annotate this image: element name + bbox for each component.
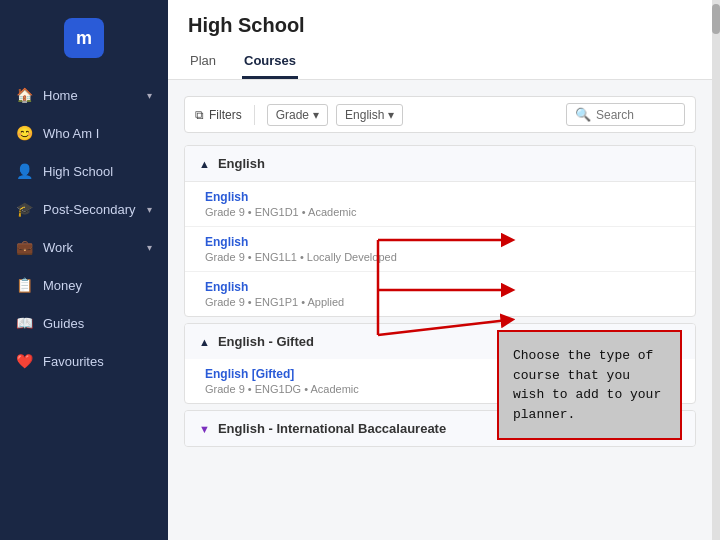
chevron-icon: ▾ [147, 204, 152, 215]
sidebar-item-home[interactable]: 🏠 Home ▾ [0, 76, 168, 114]
sidebar-item-post-secondary[interactable]: 🎓 Post-Secondary ▾ [0, 190, 168, 228]
search-input[interactable] [596, 108, 676, 122]
english-chevron-icon: ▾ [388, 108, 394, 122]
sidebar-item-work[interactable]: 💼 Work ▾ [0, 228, 168, 266]
english-section: ▲ English English Grade 9 • ENG1D1 • Aca… [184, 145, 696, 317]
work-icon: 💼 [16, 239, 33, 255]
english-filter[interactable]: English ▾ [336, 104, 403, 126]
chevron-icon: ▾ [147, 242, 152, 253]
section-title: English - Gifted [218, 334, 314, 349]
filters-button[interactable]: ⧉ Filters [195, 108, 242, 122]
course-subtitle: Grade 9 • ENG1L1 • Locally Developed [205, 251, 675, 263]
app-logo: m [64, 18, 104, 58]
main-content: High School Plan Courses ⧉ Filters Grade… [168, 0, 712, 540]
sidebar-item-label: Home [43, 88, 78, 103]
list-item[interactable]: English Grade 9 • ENG1L1 • Locally Devel… [185, 227, 695, 272]
tab-plan[interactable]: Plan [188, 45, 218, 79]
course-title: English [205, 235, 675, 249]
collapse-arrow-icon: ▼ [199, 423, 210, 435]
section-title: English [218, 156, 265, 171]
sidebar-item-label: Post-Secondary [43, 202, 136, 217]
sidebar-item-label: Who Am I [43, 126, 99, 141]
money-icon: 📋 [16, 277, 33, 293]
chevron-icon: ▾ [147, 90, 152, 101]
list-item[interactable]: English Grade 9 • ENG1P1 • Applied [185, 272, 695, 316]
sidebar-item-favourites[interactable]: ❤️ Favourites [0, 342, 168, 380]
expand-arrow-icon: ▲ [199, 336, 210, 348]
sidebar-item-label: Money [43, 278, 82, 293]
courses-content: ⧉ Filters Grade ▾ English ▾ 🔍 ▲ English [168, 80, 712, 540]
sidebar-item-high-school[interactable]: 👤 High School [0, 152, 168, 190]
course-subtitle: Grade 9 • ENG1P1 • Applied [205, 296, 675, 308]
course-title: English [205, 190, 675, 204]
course-title: English [205, 280, 675, 294]
high-school-icon: 👤 [16, 163, 33, 179]
filter-separator [254, 105, 255, 125]
who-am-i-icon: 😊 [16, 125, 33, 141]
sidebar-item-label: Guides [43, 316, 84, 331]
course-subtitle: Grade 9 • ENG1D1 • Academic [205, 206, 675, 218]
sidebar-item-who-am-i[interactable]: 😊 Who Am I [0, 114, 168, 152]
scrollbar[interactable] [712, 0, 720, 540]
page-title: High School [188, 14, 692, 37]
grade-chevron-icon: ▾ [313, 108, 319, 122]
tab-bar: Plan Courses [188, 45, 692, 79]
search-box[interactable]: 🔍 [566, 103, 685, 126]
sidebar-item-label: Work [43, 240, 73, 255]
expand-arrow-icon: ▲ [199, 158, 210, 170]
list-item[interactable]: English Grade 9 • ENG1D1 • Academic [185, 182, 695, 227]
sidebar-item-label: High School [43, 164, 113, 179]
guides-icon: 📖 [16, 315, 33, 331]
post-secondary-icon: 🎓 [16, 201, 33, 217]
home-icon: 🏠 [16, 87, 33, 103]
filter-bar: ⧉ Filters Grade ▾ English ▾ 🔍 [184, 96, 696, 133]
sidebar-item-guides[interactable]: 📖 Guides [0, 304, 168, 342]
sidebar: m 🏠 Home ▾ 😊 Who Am I 👤 High School 🎓 Po… [0, 0, 168, 540]
tab-courses[interactable]: Courses [242, 45, 298, 79]
grade-filter[interactable]: Grade ▾ [267, 104, 328, 126]
favourites-icon: ❤️ [16, 353, 33, 369]
english-section-header[interactable]: ▲ English [185, 146, 695, 182]
tooltip-box: Choose the type of course that you wish … [497, 330, 682, 440]
filter-icon: ⧉ [195, 108, 204, 122]
scroll-thumb[interactable] [712, 4, 720, 34]
sidebar-item-money[interactable]: 📋 Money [0, 266, 168, 304]
page-header: High School Plan Courses [168, 0, 712, 80]
section-title: English - International Baccalaureate [218, 421, 446, 436]
sidebar-item-label: Favourites [43, 354, 104, 369]
search-icon: 🔍 [575, 107, 591, 122]
